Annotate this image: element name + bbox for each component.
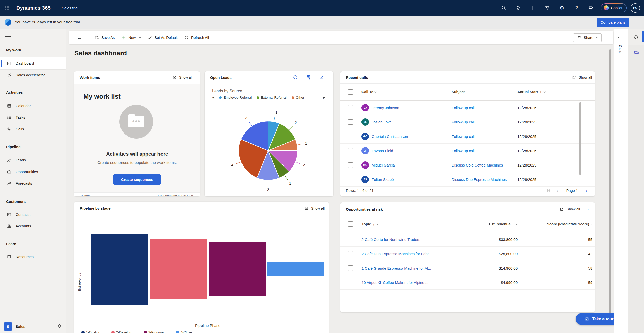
quick-create-button[interactable]	[526, 0, 540, 16]
table-row[interactable]: GCGabriela ChristiansenFollow-up call12/…	[340, 129, 595, 144]
pipeline-bar[interactable]	[91, 234, 148, 305]
row-checkbox[interactable]	[348, 237, 353, 242]
subject-link[interactable]: Follow-up call	[452, 134, 475, 139]
share-button[interactable]: Share	[573, 33, 602, 42]
collapse-pane-button[interactable]	[618, 34, 620, 39]
teams-chat-button[interactable]	[633, 49, 640, 57]
legend-prev-icon[interactable]: ◀	[212, 96, 214, 99]
compare-plans-button[interactable]: Compare plans	[597, 18, 629, 27]
search-button[interactable]	[496, 0, 511, 16]
table-row[interactable]: JJJeremy JohnsonFollow-up call12/28/2025	[340, 101, 595, 115]
row-checkbox[interactable]	[348, 105, 353, 110]
row-checkbox[interactable]	[348, 251, 353, 256]
row-checkbox[interactable]	[348, 280, 353, 285]
table-row[interactable]: 2 Café Duo Espresso Machines for Fabr...…	[340, 247, 595, 261]
topic-link[interactable]: 2 Café Duo Espresso Machines for Fabr...	[361, 252, 432, 256]
environment-name[interactable]: Sales trial	[62, 6, 78, 10]
column-actual-start[interactable]: Actual Start↓	[517, 90, 595, 94]
back-button[interactable]: ←	[70, 33, 89, 42]
sidebar-item-accounts[interactable]: Accounts	[0, 220, 66, 232]
column-topic[interactable]: Topic↑	[361, 222, 470, 226]
sidebar-item-tasks[interactable]: Tasks	[0, 111, 66, 123]
call-to-link[interactable]: Jeremy Johnson	[372, 106, 399, 110]
pipeline-bar[interactable]	[209, 242, 266, 296]
pipeline-show-all[interactable]: Show all	[304, 206, 325, 211]
call-to-link[interactable]: Miguel Garcia	[372, 163, 395, 167]
copilot-button[interactable]: Copilot	[601, 3, 627, 12]
column-call-to[interactable]: Call To	[361, 90, 452, 94]
row-checkbox[interactable]	[348, 265, 353, 271]
column-score[interactable]: Score (Predictive Score)	[518, 222, 592, 226]
refresh-all-button[interactable]: Refresh All	[181, 33, 212, 42]
pipeline-bar[interactable]	[267, 262, 324, 276]
sidebar-item-contacts[interactable]: Contacts	[0, 209, 66, 220]
recent-calls-show-all[interactable]: Show all	[572, 75, 592, 80]
set-as-default-button[interactable]: Set As Default	[144, 33, 181, 42]
sidebar-item-calls[interactable]: Calls	[0, 123, 66, 135]
column-subject[interactable]: Subject	[452, 90, 517, 94]
popout-icon[interactable]	[319, 75, 324, 80]
area-switcher[interactable]: S Sales	[0, 320, 66, 333]
row-checkbox[interactable]	[348, 177, 353, 182]
create-sequences-button[interactable]: Create sequences	[113, 174, 161, 185]
legend-next-icon[interactable]: ▶	[323, 96, 325, 99]
row-checkbox[interactable]	[348, 134, 353, 139]
call-to-link[interactable]: Gabriela Christiansen	[372, 134, 408, 139]
pipeline-bar[interactable]	[150, 239, 207, 299]
column-revenue[interactable]: Est. revenue↓	[470, 222, 518, 226]
new-button[interactable]: New	[118, 33, 144, 42]
table-row[interactable]: MGMiguel GarciaDiscuss Cold Coffee Machi…	[340, 158, 595, 172]
main-scrollbar[interactable]	[609, 49, 611, 314]
select-all-checkbox[interactable]	[348, 221, 353, 227]
topic-link[interactable]: 2 Café Corto for Northwind Traders	[361, 237, 420, 242]
hamburger-menu-icon[interactable]	[5, 33, 11, 40]
table-row[interactable]: LFLavona FieldFollow-up call12/28/2025	[340, 144, 595, 158]
sidebar-item-sales-accelerator[interactable]: Sales accelerator	[0, 69, 66, 81]
call-to-link[interactable]: Lavona Field	[372, 149, 393, 153]
user-avatar[interactable]: PC	[631, 3, 640, 13]
pipeline-bar-chart[interactable]: Est revenue	[74, 215, 329, 327]
more-options-icon[interactable]: ⋮	[586, 207, 590, 212]
save-as-button[interactable]: Save As	[91, 33, 118, 42]
table-scrollbar[interactable]	[579, 102, 581, 175]
settings-button[interactable]: ⚙	[555, 0, 569, 16]
app-launcher-icon[interactable]	[5, 6, 9, 10]
leads-pie-chart[interactable]: 12121243	[214, 108, 325, 195]
topic-link[interactable]: 1 Café Grande Espresso Machine for Al...	[361, 266, 431, 270]
legend-item[interactable]: External Referral	[257, 96, 286, 99]
work-items-show-all[interactable]: Show all	[172, 75, 192, 80]
help-button[interactable]: ?	[569, 0, 584, 16]
view-records-icon[interactable]	[306, 75, 311, 80]
topic-link[interactable]: 10 Airpot XL Coffee Makers for Alpine ..…	[361, 280, 428, 285]
next-page-icon[interactable]: →	[584, 188, 587, 193]
call-to-link[interactable]: Zoltán Szabó	[372, 177, 394, 182]
table-row[interactable]: 2 Café Corto for Northwind Traders$33,80…	[340, 232, 595, 247]
refresh-icon[interactable]	[293, 75, 298, 80]
sidebar-item-resources[interactable]: Resources	[0, 251, 66, 263]
prev-page-icon[interactable]: ←	[557, 188, 560, 193]
subject-link[interactable]: Follow-up call	[452, 149, 475, 153]
legend-item[interactable]: Other	[292, 96, 304, 99]
sidebar-item-leads[interactable]: Leads	[0, 154, 66, 166]
productivity-tools-button[interactable]	[633, 34, 639, 42]
table-row[interactable]: 10 Airpot XL Coffee Makers for Alpine ..…	[340, 275, 595, 290]
row-checkbox[interactable]	[348, 162, 353, 168]
select-all-checkbox[interactable]	[348, 89, 353, 95]
filter-button[interactable]	[540, 0, 555, 16]
row-checkbox[interactable]	[348, 119, 353, 125]
call-to-link[interactable]: Josiah Love	[372, 120, 392, 124]
first-page-icon[interactable]	[546, 188, 551, 193]
subject-link[interactable]: Discuss Duo Espresso Machines	[452, 177, 507, 182]
sidebar-item-forecasts[interactable]: Forecasts	[0, 177, 66, 189]
sidebar-item-opportunities[interactable]: Opportunities	[0, 166, 66, 178]
table-row[interactable]: JLJosiah LoveFollow-up call12/28/2025	[340, 115, 595, 129]
feedback-button[interactable]	[584, 0, 598, 16]
legend-item[interactable]: Employee Referral	[219, 96, 252, 99]
subject-link[interactable]: Discuss Cold Coffee Machines	[452, 163, 503, 167]
subject-link[interactable]: Follow-up call	[452, 106, 475, 110]
opportunities-show-all[interactable]: Show all ⋮	[559, 207, 590, 212]
table-row[interactable]: 1 Café Grande Espresso Machine for Al...…	[340, 261, 595, 275]
sidebar-item-dashboard[interactable]: Dashboard	[0, 57, 66, 69]
sidebar-item-calendar[interactable]: Calendar	[0, 100, 66, 112]
insights-button[interactable]	[511, 0, 526, 16]
